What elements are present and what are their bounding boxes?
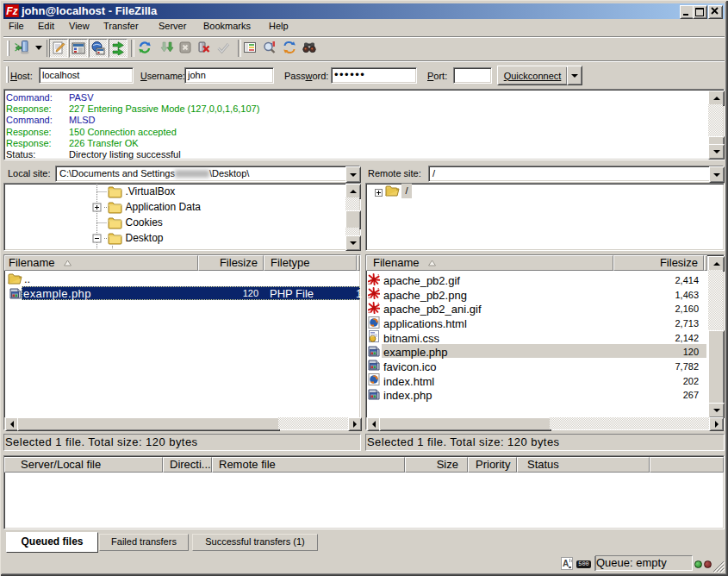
svg-text:.VirtualBox: .VirtualBox	[126, 185, 176, 197]
svg-text:Desktop: Desktop	[126, 232, 164, 244]
svg-text:Cookies: Cookies	[126, 216, 163, 229]
svg-text:Application Data: Application Data	[126, 201, 202, 213]
